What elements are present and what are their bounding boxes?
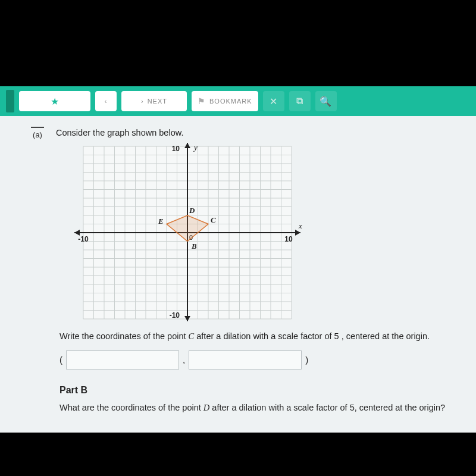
- next-button[interactable]: › NEXT: [121, 91, 187, 111]
- part-indicator: (a): [30, 127, 45, 139]
- next-label: NEXT: [148, 98, 167, 105]
- flag-icon: ⚑: [198, 96, 206, 106]
- svg-text:10: 10: [172, 145, 180, 153]
- coordinate-graph: -10 10 10 -10 y x 0 B C D E: [60, 142, 470, 325]
- question-prompt: Consider the graph shown below.: [56, 127, 183, 137]
- svg-text:B: B: [191, 242, 197, 250]
- close-tool-button[interactable]: ✕: [263, 91, 284, 111]
- svg-text:x: x: [298, 221, 302, 230]
- bookmark-button[interactable]: ⚑ BOOKMARK: [192, 91, 258, 111]
- part-label: (a): [30, 130, 45, 139]
- svg-text:C: C: [211, 215, 216, 224]
- question-page: (a) Consider the graph shown below.: [0, 116, 476, 433]
- part-b-instruction: What are the coordinates of the point D …: [60, 402, 470, 415]
- y-coordinate-input[interactable]: [189, 350, 302, 369]
- box-icon: ⧉: [296, 96, 303, 107]
- coordinate-answer-row: ( , ): [60, 350, 470, 369]
- part-b-post: after a dilation with a scale factor of …: [209, 403, 445, 412]
- part-a-instruction: Write the coordinates of the point C aft…: [60, 330, 470, 343]
- x-coordinate-input[interactable]: [66, 350, 179, 369]
- bookmark-label: BOOKMARK: [209, 98, 252, 105]
- instruction-pre: Write the coordinates of the point: [60, 331, 189, 341]
- svg-text:D: D: [189, 206, 195, 215]
- search-icon: 🔍: [320, 96, 332, 107]
- svg-text:E: E: [158, 217, 164, 226]
- star-icon: ★: [51, 96, 60, 107]
- instruction-point-c: C: [189, 331, 195, 341]
- answer-comma: ,: [183, 355, 185, 365]
- svg-marker-47: [184, 143, 190, 148]
- prev-button[interactable]: ‹: [95, 91, 117, 111]
- paren-open: (: [60, 355, 62, 365]
- top-black-bar: [0, 0, 476, 86]
- question-header: (a) Consider the graph shown below.: [30, 127, 470, 139]
- svg-text:-10: -10: [78, 235, 89, 243]
- svg-marker-45: [295, 230, 300, 236]
- toolbar-left-tab[interactable]: [6, 90, 14, 112]
- tool-button[interactable]: ⧉: [289, 91, 311, 111]
- paren-close: ): [305, 355, 308, 365]
- toolbar: ★ ‹ › NEXT ⚑ BOOKMARK ✕ ⧉ 🔍: [0, 86, 476, 116]
- zoom-button[interactable]: 🔍: [315, 91, 337, 111]
- chevron-right-icon: ›: [141, 98, 144, 105]
- chevron-left-icon: ‹: [105, 98, 108, 105]
- instruction-post: after a dilation with a scale factor of …: [194, 331, 430, 341]
- part-b-point-d: D: [203, 403, 209, 412]
- part-dash-icon: [31, 127, 44, 128]
- question-nav-button[interactable]: ★: [19, 91, 90, 111]
- part-b-pre: What are the coordinates of the point: [60, 403, 203, 412]
- part-b-title: Part B: [60, 385, 470, 396]
- svg-text:y: y: [193, 143, 198, 152]
- svg-text:-10: -10: [170, 311, 180, 320]
- svg-text:10: 10: [284, 235, 293, 243]
- close-icon: ✕: [270, 96, 278, 107]
- graph-svg: -10 10 10 -10 y x 0 B C D E: [60, 142, 315, 323]
